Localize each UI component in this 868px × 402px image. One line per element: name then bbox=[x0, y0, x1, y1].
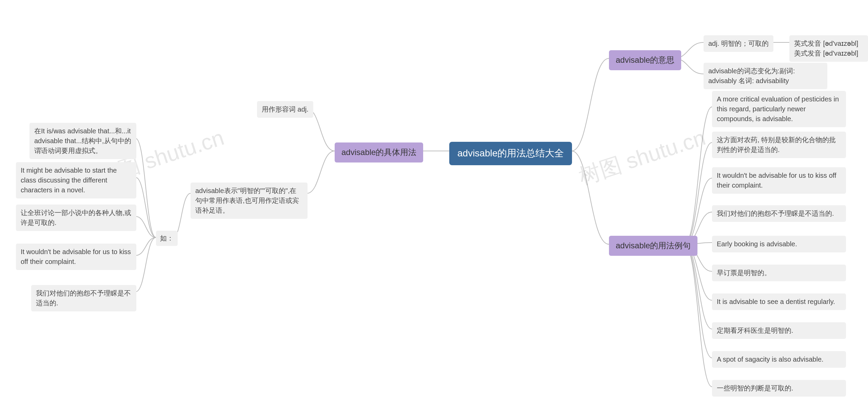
leaf-as-adj[interactable]: 用作形容词 adj. bbox=[257, 101, 313, 118]
mindmap-connectors bbox=[0, 0, 868, 402]
leaf-example-6[interactable]: It is advisable to see a dentist regular… bbox=[712, 293, 846, 310]
branch-usage[interactable]: advisable的具体用法 bbox=[335, 142, 423, 162]
watermark: 树图 shutu.cn bbox=[575, 123, 709, 192]
leaf-example-7[interactable]: 定期看牙科医生是明智的. bbox=[712, 322, 846, 339]
leaf-usage-item-4[interactable]: 我们对他们的抱怨不予理睬是不适当的. bbox=[31, 285, 136, 311]
leaf-usage-item-0[interactable]: 在It is/was advisable that...和...it advis… bbox=[29, 123, 136, 159]
leaf-example-0[interactable]: A more critical evaluation of pesticides… bbox=[712, 91, 846, 127]
leaf-usage-item-3[interactable]: It wouldn't be advisable for us to kiss … bbox=[16, 244, 136, 270]
leaf-usage-item-1[interactable]: It might be advisable to start the class… bbox=[16, 162, 136, 198]
leaf-usage-item-2[interactable]: 让全班讨论一部小说中的各种人物,或许是可取的. bbox=[16, 205, 136, 231]
root-node[interactable]: advisable的用法总结大全 bbox=[449, 142, 572, 165]
leaf-pronunciation[interactable]: 英式发音 [əd'vaɪzəbl] 美式发音 [əd'vaɪzəbl] bbox=[789, 35, 868, 62]
leaf-eg-label[interactable]: 如： bbox=[156, 231, 178, 246]
leaf-example-4[interactable]: Early booking is advisable. bbox=[712, 236, 846, 252]
leaf-example-8[interactable]: A spot of sagacity is also advisable. bbox=[712, 351, 846, 368]
leaf-definition[interactable]: adj. 明智的；可取的 bbox=[704, 35, 773, 52]
branch-examples[interactable]: advisable的用法例句 bbox=[609, 236, 697, 256]
leaf-example-3[interactable]: 我们对他们的抱怨不予理睬是不适当的. bbox=[712, 205, 846, 222]
leaf-example-2[interactable]: It wouldn't be advisable for us to kiss … bbox=[712, 167, 846, 194]
leaf-forms[interactable]: advisable的词态变化为:副词: advisably 名词: advisa… bbox=[704, 63, 827, 89]
leaf-example-1[interactable]: 这方面对农药, 特别是较新的化合物的批判性的评价是适当的. bbox=[712, 132, 846, 158]
leaf-example-9[interactable]: 一些明智的判断是可取的. bbox=[712, 380, 846, 397]
leaf-usage-desc[interactable]: advisable表示"明智的""可取的",在句中常用作表语,也可用作定语或宾语… bbox=[191, 183, 308, 219]
branch-meaning[interactable]: advisable的意思 bbox=[609, 50, 681, 70]
leaf-example-5[interactable]: 早订票是明智的。 bbox=[712, 265, 846, 281]
